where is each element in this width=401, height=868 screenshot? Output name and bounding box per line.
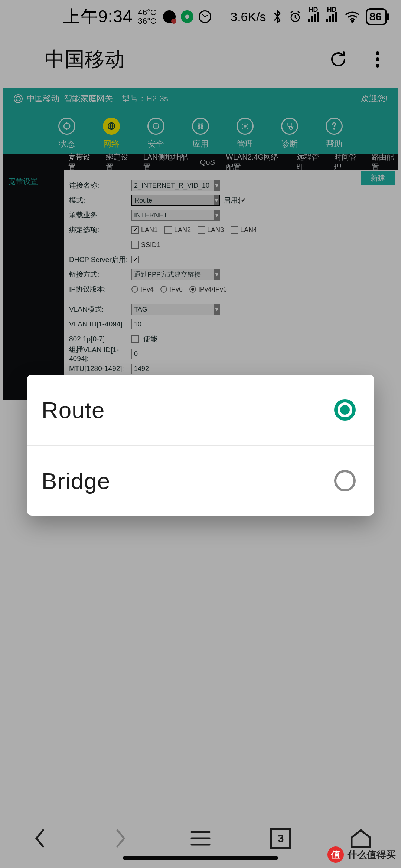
radio-unselected-icon bbox=[334, 470, 356, 491]
watermark-badge-icon: 值 bbox=[327, 846, 344, 863]
dialog-option-label: Route bbox=[42, 397, 105, 423]
watermark: 值 什么值得买 bbox=[327, 846, 396, 863]
radio-selected-icon bbox=[334, 399, 356, 421]
dialog-option-label: Bridge bbox=[42, 468, 110, 494]
dialog-option-bridge[interactable]: Bridge bbox=[27, 445, 374, 516]
mode-select-dialog: Route Bridge bbox=[27, 375, 374, 516]
dialog-option-route[interactable]: Route bbox=[27, 375, 374, 445]
